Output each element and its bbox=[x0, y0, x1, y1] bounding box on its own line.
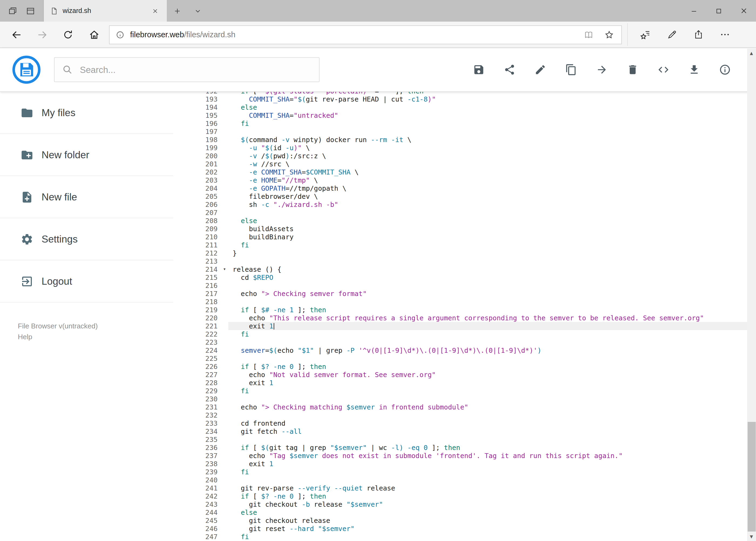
tab-list-chevron-icon[interactable] bbox=[187, 0, 208, 22]
code-line[interactable]: 194 else bbox=[173, 103, 747, 111]
info-button[interactable] bbox=[718, 63, 731, 76]
new-tab-button[interactable] bbox=[167, 0, 187, 22]
line-number[interactable]: 229 bbox=[173, 387, 221, 395]
line-number[interactable]: 223 bbox=[173, 338, 221, 346]
code-line[interactable]: 204 -e GOPATH=//tmp/gopath \ bbox=[173, 184, 747, 192]
line-number[interactable]: 205 bbox=[173, 192, 221, 201]
close-window-button[interactable] bbox=[731, 0, 756, 22]
line-number[interactable]: 216 bbox=[173, 281, 221, 289]
code-line[interactable]: 197 bbox=[173, 128, 747, 136]
address-bar[interactable]: filebrowser.web/files/wizard.sh bbox=[109, 25, 622, 44]
code-line[interactable]: 209 buildAssets bbox=[173, 225, 747, 233]
code-line[interactable]: 246 git reset --hard "$semver" bbox=[173, 525, 747, 533]
sidebar-item-new-file[interactable]: New file bbox=[0, 176, 173, 218]
download-button[interactable] bbox=[687, 63, 700, 76]
line-number[interactable]: 202 bbox=[173, 168, 221, 176]
code-line[interactable]: 215 cd $REPO bbox=[173, 273, 747, 281]
code-line[interactable]: 242 if [ $? -ne 0 ]; then bbox=[173, 492, 747, 500]
code-line[interactable]: 237 echo "Tag $semver does not exist in … bbox=[173, 452, 747, 460]
code-line[interactable]: 224 semver=$(echo "$1" | grep -P '^v(0|[… bbox=[173, 346, 747, 354]
line-number[interactable]: 207 bbox=[173, 209, 221, 217]
line-number[interactable]: 247 bbox=[173, 533, 221, 541]
code-line[interactable]: 210 buildBinary bbox=[173, 233, 747, 241]
edit-button[interactable] bbox=[534, 63, 547, 76]
code-line[interactable]: 238 exit 1 bbox=[173, 460, 747, 468]
code-line[interactable]: 202 -e COMMIT_SHA=$COMMIT_SHA \ bbox=[173, 168, 747, 176]
line-number[interactable]: 194 bbox=[173, 103, 221, 111]
tab-close-icon[interactable] bbox=[148, 4, 162, 18]
code-line[interactable]: 226 if [ $? -ne 0 ]; then bbox=[173, 362, 747, 370]
code-editor[interactable]: 192 if [ "$(git status --porcelain)" = "… bbox=[173, 92, 747, 541]
line-number[interactable]: 241 bbox=[173, 484, 221, 492]
line-number[interactable]: 201 bbox=[173, 160, 221, 168]
line-number[interactable]: 220 bbox=[173, 314, 221, 322]
line-number[interactable]: 221 bbox=[173, 322, 221, 330]
line-number[interactable]: 236 bbox=[173, 443, 221, 452]
save-button[interactable] bbox=[472, 63, 485, 76]
line-number[interactable]: 225 bbox=[173, 354, 221, 362]
line-number[interactable]: 198 bbox=[173, 136, 221, 144]
set-tabs-aside-icon[interactable] bbox=[8, 6, 17, 15]
code-line[interactable]: 241 git rev-parse --verify --quiet relea… bbox=[173, 484, 747, 492]
line-number[interactable]: 212 bbox=[173, 249, 221, 257]
scroll-up-icon[interactable]: ▲ bbox=[747, 49, 756, 58]
line-number[interactable]: 196 bbox=[173, 119, 221, 128]
code-line[interactable]: 219 if [ $# -ne 1 ]; then bbox=[173, 306, 747, 314]
code-line[interactable]: 232 bbox=[173, 411, 747, 419]
code-line[interactable]: 245 git checkout release bbox=[173, 516, 747, 525]
line-number[interactable]: 195 bbox=[173, 111, 221, 119]
code-line[interactable]: 205 filebrowser/dev \ bbox=[173, 192, 747, 201]
code-line[interactable]: 217 echo "> Checking semver format" bbox=[173, 289, 747, 297]
line-number[interactable]: 217 bbox=[173, 289, 221, 297]
line-number[interactable]: 239 bbox=[173, 468, 221, 476]
line-number[interactable]: 218 bbox=[173, 297, 221, 306]
scrollbar-thumb[interactable] bbox=[747, 422, 755, 532]
line-number[interactable]: 203 bbox=[173, 176, 221, 184]
line-number[interactable]: 227 bbox=[173, 370, 221, 379]
line-number[interactable]: 242 bbox=[173, 492, 221, 500]
line-number[interactable]: 192 bbox=[173, 92, 221, 95]
line-number[interactable]: 193 bbox=[173, 95, 221, 103]
code-line[interactable]: 221 exit 1 bbox=[173, 322, 747, 330]
code-line[interactable]: 222 fi bbox=[173, 330, 747, 338]
code-line[interactable]: 199 -u "$(id -u)" \ bbox=[173, 144, 747, 152]
line-number[interactable]: 243 bbox=[173, 500, 221, 508]
line-number[interactable]: 206 bbox=[173, 201, 221, 209]
share-button[interactable] bbox=[503, 63, 516, 76]
code-line[interactable]: 203 -e HOME="//tmp" \ bbox=[173, 176, 747, 184]
code-line[interactable]: 200 -v /$(pwd):/src:z \ bbox=[173, 152, 747, 160]
code-line[interactable]: 234 git fetch --all bbox=[173, 427, 747, 435]
code-line[interactable]: 214▾release () { bbox=[173, 265, 747, 273]
code-line[interactable]: 227 echo "Not valid semver format. See s… bbox=[173, 370, 747, 379]
code-line[interactable]: 239 fi bbox=[173, 468, 747, 476]
line-number[interactable]: 197 bbox=[173, 128, 221, 136]
line-number[interactable]: 214 bbox=[173, 265, 221, 273]
favorite-star-icon[interactable] bbox=[599, 26, 619, 44]
code-line[interactable]: 243 git checkout -b release "$semver" bbox=[173, 500, 747, 508]
search-input[interactable] bbox=[80, 65, 312, 75]
line-number[interactable]: 204 bbox=[173, 184, 221, 192]
code-line[interactable]: 235 bbox=[173, 435, 747, 443]
code-line[interactable]: 228 exit 1 bbox=[173, 379, 747, 387]
code-line[interactable]: 208 else bbox=[173, 217, 747, 225]
line-number[interactable]: 200 bbox=[173, 152, 221, 160]
line-number[interactable]: 234 bbox=[173, 427, 221, 435]
line-number[interactable]: 209 bbox=[173, 225, 221, 233]
code-line[interactable]: 206 sh -c "./wizard.sh -b" bbox=[173, 201, 747, 209]
code-line[interactable]: 211 fi bbox=[173, 241, 747, 249]
sidebar-item-logout[interactable]: Logout bbox=[0, 261, 173, 302]
line-number[interactable]: 226 bbox=[173, 362, 221, 370]
line-number[interactable]: 199 bbox=[173, 144, 221, 152]
back-button[interactable] bbox=[3, 23, 29, 46]
copy-button[interactable] bbox=[564, 63, 577, 76]
line-number[interactable]: 211 bbox=[173, 241, 221, 249]
filebrowser-logo[interactable] bbox=[12, 55, 41, 84]
line-number[interactable]: 235 bbox=[173, 435, 221, 443]
code-line[interactable]: 220 echo "This release script requires a… bbox=[173, 314, 747, 322]
line-number[interactable]: 219 bbox=[173, 306, 221, 314]
line-number[interactable]: 222 bbox=[173, 330, 221, 338]
code-line[interactable]: 223 bbox=[173, 338, 747, 346]
code-line[interactable]: 198 $(command -v winpty) docker run --rm… bbox=[173, 136, 747, 144]
code-line[interactable]: 240 bbox=[173, 476, 747, 484]
code-line[interactable]: 247 fi bbox=[173, 533, 747, 541]
